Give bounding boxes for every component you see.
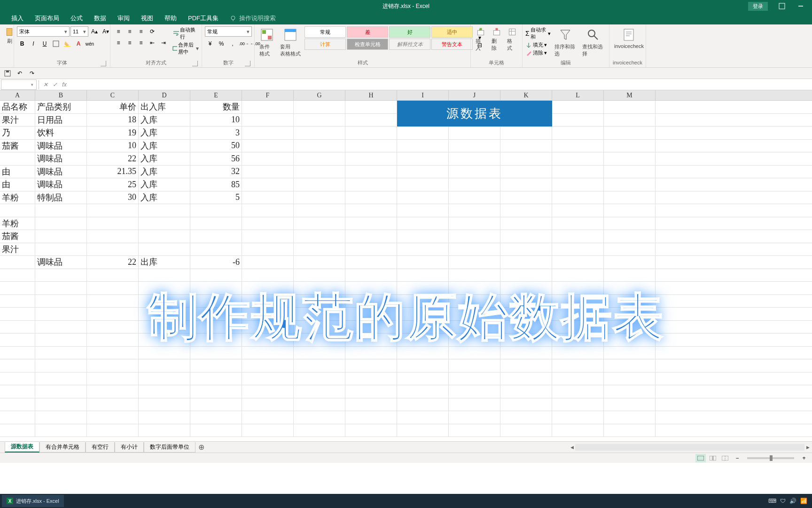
cell[interactable]: [500, 282, 552, 294]
cell[interactable]: [552, 269, 604, 282]
cell[interactable]: [552, 295, 604, 308]
cell[interactable]: [604, 411, 656, 424]
cell[interactable]: [397, 411, 449, 424]
cell[interactable]: [345, 127, 397, 139]
cell[interactable]: [294, 282, 345, 294]
cell[interactable]: [449, 359, 500, 372]
tab-formulas[interactable]: 公式: [65, 12, 88, 24]
cell[interactable]: [345, 333, 397, 346]
fill-button[interactable]: 填充▾: [525, 41, 551, 48]
table-row[interactable]: 茄酱调味品10入库50: [0, 140, 812, 153]
tab-review[interactable]: 审阅: [112, 12, 135, 24]
cell[interactable]: [449, 269, 500, 282]
cell[interactable]: [552, 152, 604, 165]
cell[interactable]: [242, 321, 294, 333]
cell[interactable]: [294, 178, 345, 191]
cell[interactable]: [604, 385, 656, 398]
cell[interactable]: [294, 373, 345, 385]
indent-inc-icon[interactable]: ⇥: [158, 38, 169, 48]
cell[interactable]: [35, 321, 87, 333]
cell[interactable]: [552, 166, 604, 178]
cell[interactable]: [242, 282, 294, 294]
cell[interactable]: [500, 373, 552, 385]
zoom-slider[interactable]: [747, 457, 794, 459]
cell[interactable]: [552, 140, 604, 152]
cell[interactable]: [449, 256, 500, 269]
cell[interactable]: [345, 347, 397, 359]
cell[interactable]: [345, 101, 397, 113]
cell[interactable]: [139, 424, 190, 437]
cell[interactable]: [35, 230, 87, 243]
cell[interactable]: 日用品: [35, 114, 87, 127]
cell[interactable]: [500, 204, 552, 217]
view-pagebreak-icon[interactable]: [720, 454, 730, 462]
cell[interactable]: [552, 333, 604, 346]
cell[interactable]: [87, 204, 139, 217]
table-row[interactable]: [0, 308, 812, 321]
cell[interactable]: [87, 282, 139, 294]
format-cells-button[interactable]: 格式: [505, 26, 519, 53]
cell[interactable]: [294, 230, 345, 243]
cell[interactable]: [449, 282, 500, 294]
cell[interactable]: [604, 191, 656, 204]
phonetic-button[interactable]: wén: [85, 39, 95, 49]
formula-input[interactable]: [69, 79, 812, 90]
delete-cells-button[interactable]: 删除: [490, 26, 504, 53]
cell[interactable]: 18: [87, 114, 139, 127]
login-button[interactable]: 登录: [748, 2, 768, 11]
cell[interactable]: [190, 347, 242, 359]
cell[interactable]: [294, 359, 345, 372]
tab-layout[interactable]: 页面布局: [29, 12, 65, 24]
view-layout-icon[interactable]: [708, 454, 718, 462]
cell[interactable]: [500, 398, 552, 411]
cell[interactable]: [242, 269, 294, 282]
col-header-B[interactable]: B: [35, 90, 87, 100]
cell[interactable]: [139, 269, 190, 282]
cell[interactable]: [242, 347, 294, 359]
cell[interactable]: [87, 347, 139, 359]
cell[interactable]: 22: [87, 256, 139, 269]
cell[interactable]: [345, 230, 397, 243]
font-dialog-icon[interactable]: [101, 61, 106, 66]
cell[interactable]: [0, 347, 35, 359]
cell[interactable]: [604, 321, 656, 333]
sheet-tab-unit[interactable]: 数字后面带单位: [144, 442, 195, 452]
cell[interactable]: [0, 295, 35, 308]
col-header-J[interactable]: J: [449, 90, 500, 100]
cell[interactable]: [345, 256, 397, 269]
cell[interactable]: [87, 385, 139, 398]
cell[interactable]: [604, 217, 656, 230]
align-top-icon[interactable]: ≡: [113, 26, 124, 37]
cell[interactable]: [604, 256, 656, 269]
cell[interactable]: 19: [87, 127, 139, 139]
cell[interactable]: [397, 140, 449, 152]
cell[interactable]: [242, 411, 294, 424]
sheet-tab-blank[interactable]: 有空行: [86, 442, 115, 452]
table-row[interactable]: [0, 424, 812, 437]
cell[interactable]: [397, 191, 449, 204]
grow-font-icon[interactable]: A▴: [89, 26, 100, 37]
sheet-tab-source[interactable]: 源数据表: [5, 442, 39, 452]
cell[interactable]: [242, 308, 294, 320]
align-dialog-icon[interactable]: [192, 61, 198, 66]
table-row[interactable]: [0, 385, 812, 398]
cell[interactable]: [552, 308, 604, 320]
cell[interactable]: [242, 424, 294, 437]
sort-filter-button[interactable]: 排序和筛选: [553, 26, 578, 58]
cell[interactable]: [35, 347, 87, 359]
cell[interactable]: [500, 321, 552, 333]
cell[interactable]: [35, 308, 87, 320]
cell[interactable]: [139, 359, 190, 372]
cell[interactable]: 由: [0, 178, 35, 191]
cell[interactable]: [552, 424, 604, 437]
cell[interactable]: [0, 359, 35, 372]
cell[interactable]: [87, 243, 139, 256]
col-header-H[interactable]: H: [345, 90, 397, 100]
cell[interactable]: [604, 373, 656, 385]
table-row[interactable]: 调味品22出库-6: [0, 256, 812, 269]
merge-button[interactable]: 合并后居中▾: [172, 41, 199, 56]
bold-button[interactable]: B: [17, 39, 27, 49]
cell[interactable]: [87, 333, 139, 346]
cell[interactable]: [449, 398, 500, 411]
col-header-L[interactable]: L: [552, 90, 604, 100]
